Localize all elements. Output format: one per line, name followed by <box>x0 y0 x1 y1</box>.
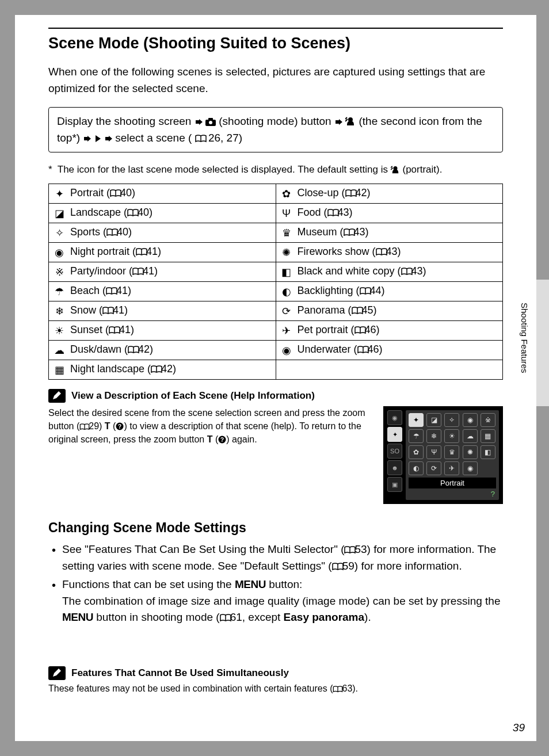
scene-icon: ▦ <box>54 364 65 376</box>
scene-icon: ❄ <box>54 305 65 318</box>
page-number: 39 <box>513 721 525 734</box>
book-icon <box>376 248 387 256</box>
scene-icon: ♛ <box>281 227 292 239</box>
scene-cell: ✈ Pet portrait (46) <box>276 321 503 341</box>
menu-button-label: MENU <box>62 611 93 623</box>
note2-text: These features may not be used in combin… <box>48 684 503 694</box>
scene-table: ✦ Portrait (40)✿ Close-up (42)◪ Landscap… <box>48 184 503 380</box>
book-icon <box>327 209 339 217</box>
bullet-list: See "Features That Can Be Set Using the … <box>48 541 503 626</box>
scene-cell: ✧ Sports (40) <box>49 223 276 243</box>
grid-icon: ❄ <box>426 429 441 443</box>
intro-text: When one of the following scenes is sele… <box>48 64 503 97</box>
grid-icon-selected: ✦ <box>409 413 424 427</box>
grid-icon: ⟳ <box>426 461 441 475</box>
grid-icon: ◐ <box>409 461 424 475</box>
scene-cell: ☁ Dusk/dawn (42) <box>49 341 276 360</box>
scene-cell: ◐ Backlighting (44) <box>276 282 503 301</box>
book-icon <box>354 326 366 334</box>
book-icon <box>102 307 114 315</box>
heading-rule <box>48 28 503 29</box>
book-icon <box>109 326 120 334</box>
grid-icon: ▦ <box>481 429 495 443</box>
arrow-icon <box>104 135 112 143</box>
footnote-suffix: (portrait). <box>402 164 442 175</box>
scene-icon: ✈ <box>281 324 292 337</box>
pencil-note-icon <box>48 389 66 403</box>
scene-icon: ◐ <box>281 285 292 298</box>
instr-text-5: 26, 27) <box>208 132 242 144</box>
grid-icon: ☀ <box>444 429 459 443</box>
footnote: * The icon for the last scene mode selec… <box>48 164 503 175</box>
mode-icon: SO <box>387 444 402 459</box>
scene-cell: ⟳ Panorama (45) <box>276 301 503 321</box>
scene-cell <box>276 360 503 380</box>
scene-icon: ⟳ <box>281 305 292 318</box>
scene-icon: ◉ <box>54 246 65 259</box>
scene-cell: ◧ Black and white copy (43) <box>276 262 503 282</box>
book-icon <box>110 189 121 197</box>
grid-icon: ※ <box>481 413 495 427</box>
grid-icon: ☂ <box>409 429 424 443</box>
scene-icon: ◪ <box>54 207 65 220</box>
diagram-label: Portrait <box>409 478 496 488</box>
book-icon <box>332 563 344 571</box>
scene-icon: ✦ <box>54 188 65 200</box>
scene-cell: Ψ Food (43) <box>276 204 503 223</box>
instr-text-1: Display the shooting screen <box>57 115 195 127</box>
grid-icon: ✺ <box>463 445 478 459</box>
scene-icon: ☁ <box>54 344 65 357</box>
note2-header: Features That Cannot Be Used Simultaneou… <box>48 666 503 680</box>
grid-icon: Ψ <box>426 445 441 459</box>
scene-cell: ※ Party/indoor (41) <box>49 262 276 282</box>
pencil-note-icon <box>48 666 66 680</box>
bullet-item: See "Features That Can Be Set Using the … <box>62 541 503 574</box>
svg-text:?: ? <box>220 437 224 443</box>
scene-cell: ☀ Sunset (41) <box>49 321 276 341</box>
scene-icon: ◧ <box>281 266 292 278</box>
section-label: Shooting Features <box>520 303 529 373</box>
book-icon <box>360 287 371 295</box>
scene-icon: ✿ <box>281 188 292 200</box>
book-icon <box>106 228 118 236</box>
book-icon <box>136 248 147 256</box>
grid-icon: ◪ <box>426 413 441 427</box>
arrow-icon <box>83 135 91 143</box>
scene-icon: ✧ <box>54 227 65 239</box>
help-q-icon: ? <box>116 422 124 430</box>
page-title: Scene Mode (Shooting Suited to Scenes) <box>48 35 503 52</box>
svg-text:?: ? <box>118 423 121 430</box>
scene-cell: ❄ Snow (41) <box>49 301 276 321</box>
svg-rect-1 <box>208 118 213 120</box>
scene-icon: ☂ <box>54 285 65 298</box>
camera-icon <box>205 118 216 126</box>
help-note-title: View a Description of Each Scene (Help I… <box>71 390 315 402</box>
note2-title: Features That Cannot Be Used Simultaneou… <box>71 667 289 679</box>
book-icon <box>357 346 369 354</box>
grid-icon: ✧ <box>444 413 459 427</box>
scene-selection-diagram: ◉ ✦ SO ☻ ▣ ✦◪✧◉※ ☂❄☀☁▦ ✿Ψ♛✺◧ ◐⟳✈◉ Portra… <box>383 406 503 504</box>
mode-icon: ◉ <box>387 410 402 425</box>
scene-cell: ✿ Close-up (42) <box>276 184 503 204</box>
scene-icon: ※ <box>54 266 65 278</box>
book-icon <box>345 189 357 197</box>
mode-icon-selected: ✦ <box>387 427 402 442</box>
mode-icon: ▣ <box>387 477 402 492</box>
book-icon <box>128 346 139 354</box>
help-note-header: View a Description of Each Scene (Help I… <box>48 389 503 403</box>
scene-icon: ✺ <box>281 246 292 259</box>
instruction-box: Display the shooting screen (shooting mo… <box>48 107 503 152</box>
footnote-text: The icon for the last scene mode selecte… <box>58 164 391 175</box>
help-text: Select the desired scene from the scene … <box>48 406 375 504</box>
diagram-help-icon: ? <box>409 488 496 498</box>
scene-icon: Ψ <box>281 208 292 220</box>
arrow-icon <box>334 118 342 126</box>
grid-icon: ☁ <box>463 429 478 443</box>
grid-icon: ♛ <box>444 445 459 459</box>
grid-icon: ✿ <box>409 445 424 459</box>
portrait-scene-icon <box>391 166 400 174</box>
footnote-asterisk: * <box>48 164 52 175</box>
scene-cell: ◉ Underwater (46) <box>276 341 503 360</box>
portrait-scene-icon <box>345 117 356 126</box>
grid-icon: ✈ <box>444 461 459 475</box>
